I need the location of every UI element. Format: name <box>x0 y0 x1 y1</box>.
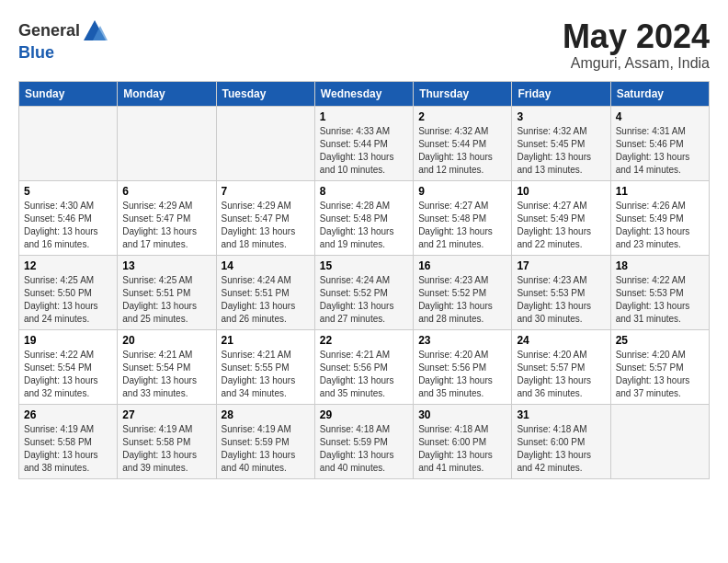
logo-blue-text: Blue <box>18 43 54 62</box>
day-number: 21 <box>222 334 310 347</box>
day-number: 25 <box>616 334 704 347</box>
calendar-week-row: 26Sunrise: 4:19 AMSunset: 5:58 PMDayligh… <box>19 404 710 478</box>
logo: General Blue <box>18 18 108 63</box>
day-number: 13 <box>122 259 210 272</box>
day-info: Sunrise: 4:25 AMSunset: 5:51 PMDaylight:… <box>122 274 210 326</box>
calendar-cell: 31Sunrise: 4:18 AMSunset: 6:00 PMDayligh… <box>512 404 610 478</box>
calendar-cell: 24Sunrise: 4:20 AMSunset: 5:57 PMDayligh… <box>512 329 610 404</box>
calendar-week-row: 19Sunrise: 4:22 AMSunset: 5:54 PMDayligh… <box>19 329 710 404</box>
day-number: 30 <box>418 408 506 421</box>
calendar-cell: 26Sunrise: 4:19 AMSunset: 5:58 PMDayligh… <box>19 404 118 478</box>
day-number: 20 <box>122 334 210 347</box>
calendar-cell: 4Sunrise: 4:31 AMSunset: 5:46 PMDaylight… <box>610 106 709 180</box>
calendar-cell: 15Sunrise: 4:24 AMSunset: 5:52 PMDayligh… <box>314 255 413 329</box>
day-info: Sunrise: 4:27 AMSunset: 5:48 PMDaylight:… <box>418 200 506 251</box>
calendar-cell: 12Sunrise: 4:25 AMSunset: 5:50 PMDayligh… <box>19 255 118 329</box>
location-title: Amguri, Assam, India <box>563 55 710 72</box>
day-info: Sunrise: 4:21 AMSunset: 5:55 PMDaylight:… <box>222 349 310 400</box>
calendar-table: SundayMondayTuesdayWednesdayThursdayFrid… <box>18 81 710 479</box>
calendar-cell: 25Sunrise: 4:20 AMSunset: 5:57 PMDayligh… <box>610 329 709 404</box>
day-info: Sunrise: 4:21 AMSunset: 5:56 PMDaylight:… <box>320 349 408 400</box>
day-number: 27 <box>122 408 210 421</box>
day-info: Sunrise: 4:23 AMSunset: 5:52 PMDaylight:… <box>418 274 506 326</box>
day-number: 1 <box>320 110 408 123</box>
calendar-cell: 6Sunrise: 4:29 AMSunset: 5:47 PMDaylight… <box>118 180 216 255</box>
calendar-cell: 8Sunrise: 4:28 AMSunset: 5:48 PMDaylight… <box>314 180 413 255</box>
day-number: 14 <box>222 259 310 272</box>
day-number: 3 <box>517 110 605 123</box>
day-number: 17 <box>517 259 605 272</box>
calendar-cell: 3Sunrise: 4:32 AMSunset: 5:45 PMDaylight… <box>512 106 610 180</box>
calendar-week-row: 12Sunrise: 4:25 AMSunset: 5:50 PMDayligh… <box>19 255 710 329</box>
calendar-cell: 13Sunrise: 4:25 AMSunset: 5:51 PMDayligh… <box>118 255 216 329</box>
day-info: Sunrise: 4:23 AMSunset: 5:53 PMDaylight:… <box>517 274 605 326</box>
title-area: May 2024 Amguri, Assam, India <box>563 18 710 72</box>
day-info: Sunrise: 4:29 AMSunset: 5:47 PMDaylight:… <box>122 200 210 251</box>
calendar-week-row: 1Sunrise: 4:33 AMSunset: 5:44 PMDaylight… <box>19 106 710 180</box>
day-info: Sunrise: 4:30 AMSunset: 5:46 PMDaylight:… <box>24 200 112 251</box>
day-number: 16 <box>418 259 506 272</box>
calendar-cell: 19Sunrise: 4:22 AMSunset: 5:54 PMDayligh… <box>19 329 118 404</box>
calendar-cell: 22Sunrise: 4:21 AMSunset: 5:56 PMDayligh… <box>314 329 413 404</box>
day-number: 23 <box>418 334 506 347</box>
calendar-cell <box>19 106 118 180</box>
calendar-cell: 28Sunrise: 4:19 AMSunset: 5:59 PMDayligh… <box>216 404 314 478</box>
day-of-week-header: Saturday <box>610 81 709 106</box>
day-of-week-header: Monday <box>118 81 216 106</box>
day-number: 7 <box>222 185 310 198</box>
day-of-week-header: Friday <box>512 81 610 106</box>
calendar-header-row: SundayMondayTuesdayWednesdayThursdayFrid… <box>19 81 710 106</box>
calendar-cell: 20Sunrise: 4:21 AMSunset: 5:54 PMDayligh… <box>118 329 216 404</box>
day-number: 9 <box>418 185 506 198</box>
day-number: 12 <box>24 259 112 272</box>
day-number: 8 <box>320 185 408 198</box>
day-info: Sunrise: 4:18 AMSunset: 6:00 PMDaylight:… <box>418 423 506 475</box>
calendar-cell: 29Sunrise: 4:18 AMSunset: 5:59 PMDayligh… <box>314 404 413 478</box>
calendar-body: 1Sunrise: 4:33 AMSunset: 5:44 PMDaylight… <box>19 106 710 478</box>
day-info: Sunrise: 4:18 AMSunset: 6:00 PMDaylight:… <box>517 423 605 475</box>
day-info: Sunrise: 4:25 AMSunset: 5:50 PMDaylight:… <box>24 274 112 326</box>
day-info: Sunrise: 4:28 AMSunset: 5:48 PMDaylight:… <box>320 200 408 251</box>
day-info: Sunrise: 4:20 AMSunset: 5:56 PMDaylight:… <box>418 349 506 400</box>
calendar-cell <box>118 106 216 180</box>
day-info: Sunrise: 4:32 AMSunset: 5:44 PMDaylight:… <box>418 125 506 177</box>
day-info: Sunrise: 4:18 AMSunset: 5:59 PMDaylight:… <box>320 423 408 475</box>
day-number: 31 <box>517 408 605 421</box>
day-info: Sunrise: 4:22 AMSunset: 5:54 PMDaylight:… <box>24 349 112 400</box>
day-number: 24 <box>517 334 605 347</box>
day-info: Sunrise: 4:22 AMSunset: 5:53 PMDaylight:… <box>616 274 704 326</box>
day-info: Sunrise: 4:24 AMSunset: 5:51 PMDaylight:… <box>222 274 310 326</box>
day-info: Sunrise: 4:26 AMSunset: 5:49 PMDaylight:… <box>616 200 704 251</box>
day-info: Sunrise: 4:31 AMSunset: 5:46 PMDaylight:… <box>616 125 704 177</box>
day-number: 11 <box>616 185 704 198</box>
calendar-cell: 1Sunrise: 4:33 AMSunset: 5:44 PMDaylight… <box>314 106 413 180</box>
day-of-week-header: Tuesday <box>216 81 314 106</box>
day-info: Sunrise: 4:19 AMSunset: 5:58 PMDaylight:… <box>24 423 112 475</box>
calendar-cell: 16Sunrise: 4:23 AMSunset: 5:52 PMDayligh… <box>414 255 512 329</box>
calendar-cell: 11Sunrise: 4:26 AMSunset: 5:49 PMDayligh… <box>610 180 709 255</box>
day-number: 6 <box>122 185 210 198</box>
calendar-cell: 5Sunrise: 4:30 AMSunset: 5:46 PMDaylight… <box>19 180 118 255</box>
day-info: Sunrise: 4:24 AMSunset: 5:52 PMDaylight:… <box>320 274 408 326</box>
calendar-cell <box>216 106 314 180</box>
calendar-cell <box>610 404 709 478</box>
calendar-cell: 7Sunrise: 4:29 AMSunset: 5:47 PMDaylight… <box>216 180 314 255</box>
day-info: Sunrise: 4:29 AMSunset: 5:47 PMDaylight:… <box>222 200 310 251</box>
calendar-cell: 10Sunrise: 4:27 AMSunset: 5:49 PMDayligh… <box>512 180 610 255</box>
day-number: 10 <box>517 185 605 198</box>
day-number: 5 <box>24 185 112 198</box>
day-number: 26 <box>24 408 112 421</box>
calendar-cell: 23Sunrise: 4:20 AMSunset: 5:56 PMDayligh… <box>414 329 512 404</box>
day-number: 28 <box>222 408 310 421</box>
calendar-cell: 18Sunrise: 4:22 AMSunset: 5:53 PMDayligh… <box>610 255 709 329</box>
calendar-cell: 2Sunrise: 4:32 AMSunset: 5:44 PMDaylight… <box>414 106 512 180</box>
day-of-week-header: Sunday <box>19 81 118 106</box>
calendar-cell: 27Sunrise: 4:19 AMSunset: 5:58 PMDayligh… <box>118 404 216 478</box>
day-info: Sunrise: 4:21 AMSunset: 5:54 PMDaylight:… <box>122 349 210 400</box>
day-of-week-header: Thursday <box>414 81 512 106</box>
day-info: Sunrise: 4:19 AMSunset: 5:59 PMDaylight:… <box>222 423 310 475</box>
day-info: Sunrise: 4:19 AMSunset: 5:58 PMDaylight:… <box>122 423 210 475</box>
day-info: Sunrise: 4:33 AMSunset: 5:44 PMDaylight:… <box>320 125 408 177</box>
logo-icon <box>82 18 108 44</box>
calendar-cell: 17Sunrise: 4:23 AMSunset: 5:53 PMDayligh… <box>512 255 610 329</box>
